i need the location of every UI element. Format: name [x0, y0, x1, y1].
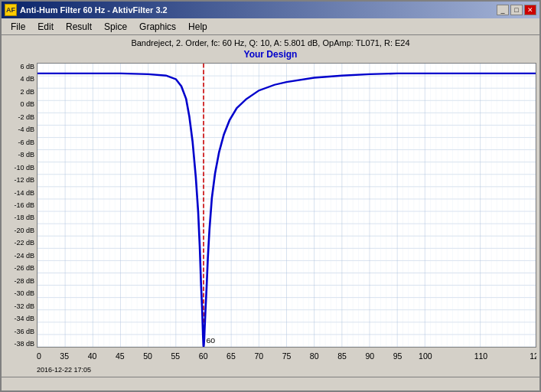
app-icon: AF	[5, 4, 17, 16]
fc-label: 60	[207, 337, 216, 345]
close-button[interactable]: ✕	[524, 5, 536, 15]
y-label: -18 dB	[14, 214, 34, 221]
svg-text:45: 45	[116, 352, 125, 361]
svg-text:50: 50	[143, 352, 152, 361]
y-label: -26 dB	[14, 264, 34, 272]
y-label: 4 dB	[20, 75, 34, 83]
y-label: -12 dB	[14, 176, 34, 184]
svg-text:40: 40	[88, 352, 97, 361]
chart-title: Bandreject, 2. Order, fc: 60 Hz, Q: 10, …	[5, 38, 536, 47]
y-label: -22 dB	[14, 239, 34, 247]
chart-svg: 60	[37, 64, 536, 347]
svg-text:110: 110	[474, 352, 488, 361]
y-label: 0 dB	[20, 100, 34, 108]
svg-text:65: 65	[227, 352, 236, 361]
main-window: AF Anti-Hum Filter 60 Hz - AktivFilter 3…	[0, 0, 541, 392]
y-label: -34 dB	[14, 315, 34, 322]
svg-text:60: 60	[199, 352, 208, 361]
menu-spice[interactable]: Spice	[98, 20, 133, 34]
y-label: -8 dB	[18, 151, 34, 158]
svg-text:80: 80	[310, 352, 319, 361]
y-label: -32 dB	[14, 302, 34, 310]
chart-subtitle: Your Design	[5, 49, 536, 60]
menu-file[interactable]: File	[5, 20, 31, 34]
menu-bar: File Edit Result Spice Graphics Help	[2, 18, 539, 35]
y-label: -28 dB	[14, 277, 34, 285]
window-title: Anti-Hum Filter 60 Hz - AktivFilter 3.2	[20, 5, 168, 15]
svg-text:120: 120	[530, 352, 536, 361]
window-controls: _ □ ✕	[497, 5, 536, 15]
y-label: -10 dB	[14, 164, 34, 172]
menu-help[interactable]: Help	[182, 20, 213, 34]
menu-graphics[interactable]: Graphics	[133, 20, 182, 34]
maximize-button[interactable]: □	[510, 5, 523, 15]
y-label: -36 dB	[14, 328, 34, 335]
menu-edit[interactable]: Edit	[31, 20, 60, 34]
x-axis-svg: 30 35 40 45 50 55 60 65 70 75 80 85 90 9…	[37, 350, 536, 365]
chart-area: 6 dB 4 dB 2 dB 0 dB -2 dB -4 dB -6 dB -8…	[5, 63, 536, 348]
y-label: 6 dB	[20, 63, 34, 70]
y-axis: 6 dB 4 dB 2 dB 0 dB -2 dB -4 dB -6 dB -8…	[5, 63, 37, 348]
svg-text:30: 30	[37, 352, 41, 361]
y-label: -24 dB	[14, 252, 34, 260]
y-label: -4 dB	[18, 126, 34, 133]
status-bar	[2, 377, 539, 390]
content-area: Bandreject, 2. Order, fc: 60 Hz, Q: 10, …	[2, 35, 539, 377]
svg-text:70: 70	[254, 352, 263, 361]
timestamp: 2016-12-22 17:05	[37, 366, 91, 374]
menu-result[interactable]: Result	[60, 20, 98, 34]
y-label: -30 dB	[14, 289, 34, 297]
y-label: -14 dB	[14, 189, 34, 197]
svg-text:85: 85	[337, 352, 347, 361]
y-label: -2 dB	[18, 113, 34, 121]
title-bar-left: AF Anti-Hum Filter 60 Hz - AktivFilter 3…	[5, 4, 168, 16]
svg-text:55: 55	[171, 352, 181, 361]
y-label: 2 dB	[20, 88, 34, 96]
svg-text:100: 100	[419, 352, 432, 361]
y-label: -20 dB	[14, 227, 34, 234]
svg-text:75: 75	[282, 352, 292, 361]
svg-text:95: 95	[393, 352, 402, 361]
chart-container: 60	[37, 63, 536, 348]
x-axis: 30 35 40 45 50 55 60 65 70 75 80 85 90 9…	[37, 348, 536, 365]
svg-text:35: 35	[60, 352, 69, 361]
y-label: -16 dB	[14, 201, 34, 209]
bottom-row: 2016-12-22 17:05	[37, 365, 536, 374]
y-label: -6 dB	[18, 139, 34, 146]
minimize-button[interactable]: _	[497, 5, 509, 15]
title-bar: AF Anti-Hum Filter 60 Hz - AktivFilter 3…	[2, 2, 539, 18]
svg-text:90: 90	[365, 352, 374, 361]
y-label: -38 dB	[14, 340, 34, 348]
